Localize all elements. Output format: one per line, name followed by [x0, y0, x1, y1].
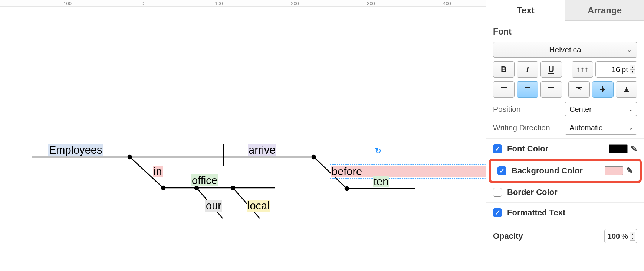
panel-tabs: Text Arrange	[486, 0, 644, 21]
align-right-icon	[548, 86, 555, 93]
font-size-input[interactable]: 16 pt ▲ ▼	[595, 61, 637, 78]
valign-middle-icon	[599, 86, 607, 93]
italic-button[interactable]: I	[517, 61, 538, 78]
underline-button[interactable]: U	[540, 61, 562, 78]
align-right-button[interactable]	[540, 81, 562, 98]
diagram[interactable]: Employees arrive in office before ten ou…	[0, 7, 486, 271]
ruler-tick-label: 100	[215, 1, 223, 6]
format-panel: Text Arrange Font Helvetica ⌄ B I U ↑↑↑ …	[486, 0, 644, 271]
svg-point-9	[231, 186, 235, 190]
stepper-down-icon[interactable]: ▼	[630, 236, 635, 241]
background-color-highlight: ✓ Background Color ✎	[489, 159, 642, 183]
valign-top-button[interactable]	[568, 81, 590, 98]
tab-arrange[interactable]: Arrange	[565, 0, 644, 21]
word-employees[interactable]: Employees	[48, 144, 103, 156]
border-color-row: Border Color	[486, 182, 644, 203]
ruler-tick-label: 400	[443, 1, 451, 6]
word-local[interactable]: local	[247, 200, 270, 212]
position-value: Center	[569, 105, 592, 114]
font-color-label: Font Color	[507, 144, 548, 154]
position-select[interactable]: Center ⌄	[565, 102, 637, 116]
font-family-select[interactable]: Helvetica ⌄	[493, 42, 637, 58]
ruler-tick-label: 200	[291, 1, 299, 6]
word-our[interactable]: our	[205, 200, 222, 212]
background-color-swatch[interactable]	[605, 166, 623, 175]
svg-point-5	[161, 186, 165, 190]
font-color-swatch[interactable]	[609, 144, 628, 153]
ruler-tick-label: 300	[367, 1, 375, 6]
svg-point-13	[345, 187, 349, 190]
formatted-text-checkbox[interactable]: ✓	[493, 208, 502, 217]
font-section-title: Font	[493, 27, 637, 37]
align-center-button[interactable]	[517, 81, 538, 98]
bold-button[interactable]: B	[493, 61, 515, 78]
background-color-checkbox[interactable]: ✓	[497, 166, 506, 175]
rotate-icon[interactable]: ↻	[375, 146, 381, 156]
font-color-checkbox[interactable]: ✓	[493, 144, 502, 153]
chevron-down-icon: ⌄	[627, 46, 632, 53]
opacity-row: Opacity 100 % ▲ ▼	[486, 223, 644, 249]
opacity-label: Opacity	[493, 231, 523, 241]
writing-direction-select[interactable]: Automatic ⌄	[565, 121, 637, 135]
font-family-value: Helvetica	[549, 45, 581, 54]
stepper-up-icon[interactable]: ▲	[630, 65, 635, 69]
background-color-label: Background Color	[512, 166, 583, 176]
valign-bottom-icon	[623, 86, 630, 93]
writing-direction-label: Writing Direction	[493, 123, 565, 132]
word-office[interactable]: office	[191, 174, 218, 186]
align-center-icon	[524, 86, 531, 93]
chevron-down-icon: ⌄	[628, 124, 633, 131]
align-left-button[interactable]	[493, 81, 515, 98]
ruler-tick-label: -100	[62, 1, 72, 6]
background-color-row: ✓ Background Color ✎	[491, 161, 640, 181]
ruler-tick-label: 0	[141, 1, 144, 6]
border-color-checkbox[interactable]	[493, 188, 502, 197]
font-size-value: 16	[599, 65, 620, 74]
vertical-text-button[interactable]: ↑↑↑	[572, 61, 593, 78]
align-left-icon	[500, 86, 507, 93]
tab-text[interactable]: Text	[486, 0, 565, 21]
svg-point-3	[128, 155, 132, 159]
formatted-text-row: ✓ Formatted Text	[486, 203, 644, 223]
svg-point-7	[195, 186, 198, 190]
canvas-area[interactable]: -100 0 100 200 300 400	[0, 0, 486, 271]
valign-bottom-button[interactable]	[616, 81, 637, 98]
opacity-stepper[interactable]: ▲ ▼	[630, 232, 635, 241]
opacity-unit: %	[621, 232, 628, 241]
eyedropper-icon[interactable]: ✎	[626, 166, 633, 176]
vertical-arrows-icon: ↑↑↑	[576, 65, 589, 74]
word-before-selected[interactable]: before	[331, 166, 486, 177]
stepper-up-icon[interactable]: ▲	[630, 232, 635, 236]
writing-direction-value: Automatic	[569, 124, 602, 132]
opacity-input[interactable]: 100 % ▲ ▼	[604, 229, 637, 243]
word-arrive[interactable]: arrive	[248, 144, 276, 156]
word-ten[interactable]: ten	[373, 176, 389, 187]
svg-point-11	[312, 155, 316, 159]
font-color-row: ✓ Font Color ✎	[486, 139, 644, 159]
formatted-text-label: Formatted Text	[507, 208, 565, 218]
eyedropper-icon[interactable]: ✎	[631, 144, 637, 154]
font-section: Font Helvetica ⌄ B I U ↑↑↑ 16 pt ▲ ▼	[486, 21, 644, 139]
opacity-value: 100	[608, 232, 620, 241]
word-in[interactable]: in	[153, 166, 163, 177]
valign-middle-button[interactable]	[592, 81, 614, 98]
ruler: -100 0 100 200 300 400	[0, 0, 486, 7]
stepper-down-icon[interactable]: ▼	[630, 69, 635, 74]
chevron-down-icon: ⌄	[628, 106, 633, 112]
valign-top-icon	[575, 86, 583, 93]
position-label: Position	[493, 105, 565, 114]
border-color-label: Border Color	[507, 187, 558, 197]
font-size-stepper[interactable]: ▲ ▼	[630, 65, 635, 74]
font-size-unit: pt	[621, 65, 628, 74]
